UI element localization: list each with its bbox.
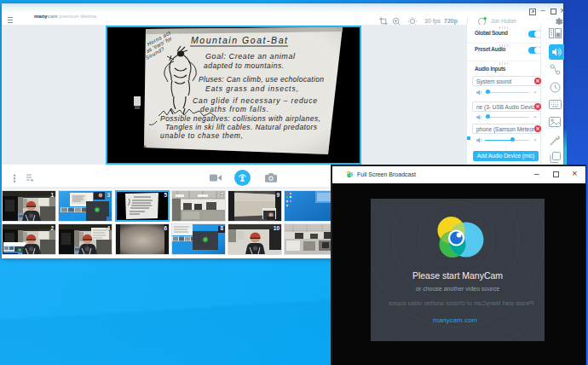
svg-text:unable to chase them,: unable to chase them, [160, 131, 243, 140]
svg-text:Eats grass and insects,: Eats grass and insects, [205, 84, 298, 93]
svg-text:adapted to mountains.: adapted to mountains. [204, 61, 284, 70]
svg-text:Goal: Create an animal: Goal: Create an animal [205, 52, 296, 61]
svg-text:Mountain Goat-Bat: Mountain Goat-Bat [191, 35, 288, 45]
svg-text:Pluses: Can climb, use echoloc: Pluses: Can climb, use echolocation [199, 75, 324, 84]
svg-text:Can glide if necessary – reduc: Can glide if necessary – reduce [193, 96, 317, 105]
svg-text:Tangles in ski lift cables. Na: Tangles in ski lift cables. Natural pred… [165, 123, 318, 131]
svg-text:Possible negatives: collisions: Possible negatives: collisions with airp… [160, 114, 320, 123]
